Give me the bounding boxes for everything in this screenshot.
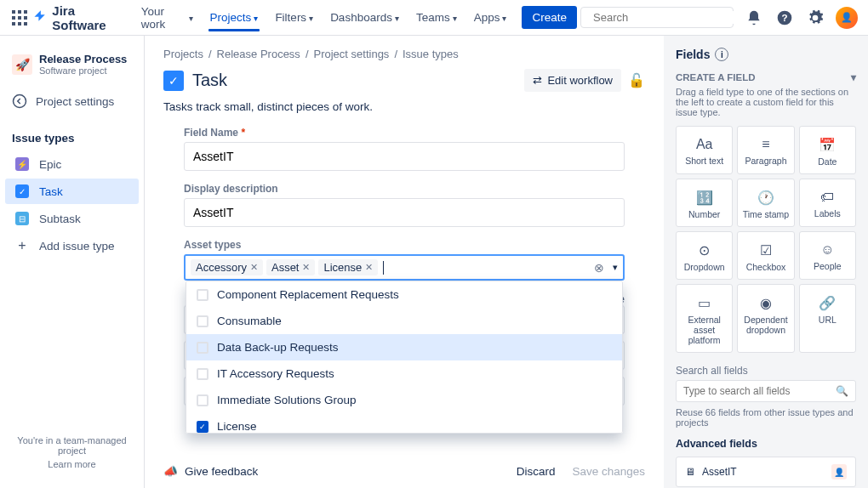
search-fields-input[interactable]	[683, 385, 836, 397]
search-fields-label: Search all fields	[676, 365, 856, 377]
nav-your-work[interactable]: Your work▾	[134, 2, 200, 34]
display-desc-input[interactable]	[184, 198, 625, 227]
option-component-replacement-requests[interactable]: Component Replacement Requests	[186, 281, 622, 308]
field-type-short-text[interactable]: AaShort text	[676, 126, 733, 174]
asset-types-label: Asset types	[184, 239, 625, 251]
issue-type-task[interactable]: ✓Task	[5, 179, 139, 204]
nav-filters[interactable]: Filters▾	[268, 8, 320, 27]
give-feedback-button[interactable]: 📣Give feedback	[163, 464, 258, 478]
project-type: Software project	[39, 65, 127, 76]
search-icon: 🔍	[836, 385, 848, 397]
discard-button[interactable]: Discard	[517, 465, 556, 478]
nav-projects[interactable]: Projects▾	[203, 8, 266, 27]
issue-type-subtask[interactable]: ⊟Subtask	[5, 206, 139, 231]
project-icon: 🚀	[12, 54, 32, 75]
option-it-accessory-requests[interactable]: IT Accessory Requests	[186, 360, 622, 387]
edit-workflow-button[interactable]: ⇄ Edit workflow	[524, 69, 621, 92]
field-name-input[interactable]	[184, 142, 625, 171]
svg-rect-3	[12, 16, 15, 20]
nav-dashboards[interactable]: Dashboards▾	[323, 8, 406, 27]
field-type-icon: ☑	[760, 242, 772, 258]
issue-types-heading: Issue types	[5, 127, 139, 150]
field-type-dropdown[interactable]: ⊙Dropdown	[676, 231, 733, 280]
field-type-checkbox[interactable]: ☑Checkbox	[737, 231, 794, 280]
field-type-paragraph[interactable]: ≡Paragraph	[737, 126, 794, 174]
field-type-url[interactable]: 🔗URL	[799, 284, 856, 353]
field-type-icon: 🕐	[757, 190, 774, 206]
field-type-grid: AaShort text≡Paragraph📅Date🔢Number🕐Time …	[676, 126, 856, 353]
field-type-icon: 🔗	[819, 295, 836, 311]
svg-text:?: ?	[781, 12, 787, 23]
option-data-back-up-requests[interactable]: Data Back-up Requests	[186, 334, 622, 360]
crumb-release[interactable]: Release Process	[217, 48, 300, 60]
tag-accessory: Accessory✕	[191, 259, 263, 275]
create-field-desc: Drag a field type to one of the sections…	[676, 87, 856, 117]
option-immediate-solutions-group[interactable]: Immediate Solutions Group	[186, 387, 622, 413]
learn-more-link[interactable]: Learn more	[12, 459, 132, 469]
asset-types-select[interactable]: Accessory✕ Asset✕ License✕ ⊗ ▾ Component…	[184, 254, 625, 281]
option-license[interactable]: ✓License	[186, 413, 622, 434]
chevron-down-icon[interactable]: ▾	[613, 262, 618, 273]
advanced-field-item[interactable]: 🖥AssetIT👤	[676, 457, 856, 487]
create-field-heading[interactable]: CREATE A FIELD▾	[676, 71, 856, 83]
option-consumable[interactable]: Consumable	[186, 308, 622, 334]
global-search[interactable]	[580, 7, 734, 28]
checkbox-icon	[197, 394, 208, 406]
svg-rect-6	[12, 22, 15, 26]
asset-types-dropdown: Component Replacement RequestsConsumable…	[186, 281, 623, 434]
field-type-external-asset-platform[interactable]: ▭External asset platform	[676, 284, 733, 353]
field-type-number[interactable]: 🔢Number	[676, 179, 733, 227]
field-type-people[interactable]: ☺People	[799, 231, 856, 280]
crumb-settings[interactable]: Project settings	[314, 48, 390, 60]
crumb-projects[interactable]: Projects	[163, 48, 203, 60]
field-type-dependent-dropdown[interactable]: ◉Dependent dropdown	[737, 284, 794, 353]
field-type-time-stamp[interactable]: 🕐Time stamp	[737, 179, 794, 227]
field-type-icon: ▭	[698, 295, 711, 311]
tag-remove-icon[interactable]: ✕	[250, 262, 258, 273]
field-type-icon: ◉	[760, 295, 772, 311]
monitor-icon: 🖥	[685, 466, 695, 478]
lock-icon[interactable]: 🔓	[628, 72, 645, 88]
crumb-issuetypes[interactable]: Issue types	[403, 48, 459, 60]
checkbox-icon	[197, 342, 208, 354]
settings-icon[interactable]	[805, 8, 825, 28]
search-fields-box[interactable]: 🔍	[676, 380, 856, 402]
field-type-icon: ☺	[820, 242, 834, 258]
chevron-down-icon: ▾	[851, 71, 856, 83]
project-header[interactable]: 🚀 Release Process Software project	[5, 48, 139, 81]
checkbox-icon	[197, 368, 208, 380]
plus-icon: +	[15, 239, 29, 253]
project-name: Release Process	[39, 53, 127, 65]
svg-rect-4	[18, 16, 21, 20]
tag-remove-icon[interactable]: ✕	[365, 262, 373, 273]
page-description: Tasks track small, distinct pieces of wo…	[145, 97, 664, 122]
fields-panel: Fieldsi CREATE A FIELD▾ Drag a field typ…	[664, 36, 868, 488]
create-button[interactable]: Create	[522, 6, 577, 29]
clear-all-icon[interactable]: ⊗	[594, 261, 604, 275]
tag-remove-icon[interactable]: ✕	[302, 262, 310, 273]
add-issue-type[interactable]: +Add issue type	[5, 233, 139, 258]
search-input[interactable]	[593, 11, 736, 24]
footer-bar: 📣Give feedback Discard Save changes	[145, 454, 664, 488]
advanced-fields-heading: Advanced fields	[676, 438, 856, 450]
main-content: Projects / Release Process / Project set…	[145, 36, 664, 488]
info-icon[interactable]: i	[715, 48, 728, 61]
brand-text: Jira Software	[52, 3, 123, 32]
jira-logo[interactable]: Jira Software	[32, 3, 124, 32]
issue-type-epic[interactable]: ⚡Epic	[5, 151, 139, 177]
field-type-date[interactable]: 📅Date	[799, 126, 856, 174]
nav-teams[interactable]: Teams▾	[409, 8, 464, 27]
app-switcher-icon[interactable]	[10, 8, 29, 28]
field-type-icon: 📅	[819, 137, 836, 153]
breadcrumb: Projects / Release Process / Project set…	[145, 36, 664, 64]
help-icon[interactable]: ?	[774, 8, 795, 28]
task-icon: ✓	[15, 184, 29, 198]
nav-apps[interactable]: Apps▾	[467, 8, 514, 27]
project-settings-link[interactable]: Project settings	[5, 88, 139, 115]
save-changes-button[interactable]: Save changes	[572, 465, 645, 478]
field-type-labels[interactable]: 🏷Labels	[799, 179, 856, 227]
svg-rect-8	[24, 22, 27, 26]
tag-asset: Asset✕	[266, 259, 316, 275]
notifications-icon[interactable]	[744, 8, 764, 28]
user-avatar[interactable]: 👤	[836, 7, 858, 29]
